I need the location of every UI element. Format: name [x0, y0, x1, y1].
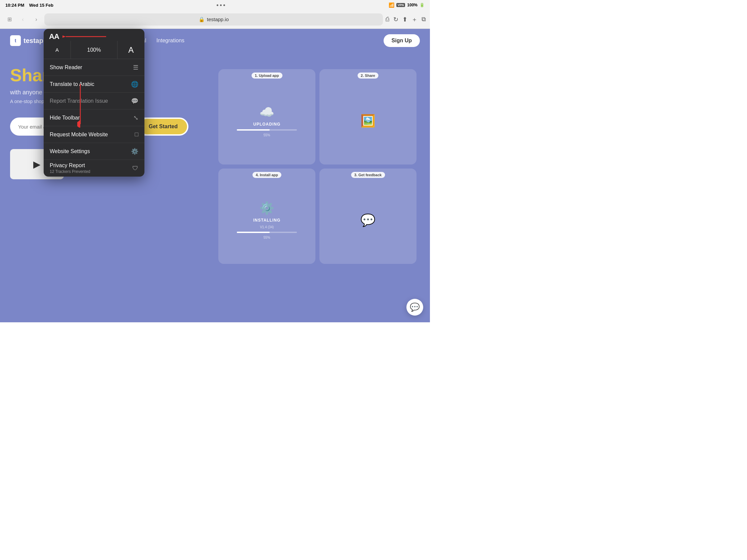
menu-item-website-settings[interactable]: Website Settings ⚙️	[44, 143, 145, 160]
privacy-report-icon: 🛡	[132, 165, 138, 172]
sidebar-toggle-button[interactable]: ⊞	[4, 14, 15, 25]
upload-subtitle: 55%	[263, 133, 270, 137]
menu-item-request-mobile[interactable]: Request Mobile Website □	[44, 126, 145, 143]
status-time-date: 10:24 PM Wed 15 Feb	[5, 3, 53, 8]
status-dots	[217, 4, 225, 6]
back-button[interactable]: ‹	[18, 14, 28, 25]
install-percent: 55%	[263, 236, 270, 239]
nav-actions: Sign Up	[384, 34, 420, 47]
upload-progress-bar	[237, 129, 297, 131]
install-progress-fill	[237, 232, 270, 233]
translate-icon: 🌐	[131, 81, 138, 88]
lock-icon: 🔒	[199, 17, 205, 23]
tabs-icon[interactable]: ⧉	[421, 16, 426, 23]
chat-button[interactable]: 💬	[406, 299, 423, 316]
browser-nav-icons: ⎙ ↻ ⬆ ＋ ⧉	[386, 16, 426, 24]
forward-button[interactable]: ›	[31, 14, 42, 25]
privacy-report-info: Privacy Report 12 Trackers Prevented	[50, 162, 91, 174]
url-text: testapp.io	[207, 17, 229, 22]
wifi-icon: 📶	[389, 2, 394, 8]
app-card-install: 4. Install app ⚙️ INSTALLING V1.4 (34) 5…	[218, 168, 315, 264]
dot1	[217, 4, 218, 6]
vpn-badge: VPN	[396, 3, 405, 7]
font-size-display: 100%	[71, 41, 118, 59]
feedback-icon: 💬	[360, 213, 376, 227]
app-card-share: 2. Share 🖼️	[319, 69, 416, 164]
request-mobile-icon: □	[135, 131, 138, 138]
red-arrow-vertical	[77, 84, 83, 128]
translate-label: Translate to Arabic	[50, 81, 94, 87]
menu-item-hide-toolbar[interactable]: Hide Toolbar ⤡	[44, 109, 145, 126]
dropdown-header: AA	[44, 29, 145, 41]
hide-toolbar-label: Hide Toolbar	[50, 115, 80, 121]
red-arrow-horizontal	[62, 33, 109, 39]
browser-chrome: ⊞ ‹ › 🔒 testapp.io ⎙ ↻ ⬆ ＋ ⧉	[0, 10, 430, 29]
dot3	[223, 4, 225, 6]
aa-label: AA	[49, 32, 59, 41]
report-translation-icon: 💬	[131, 97, 138, 105]
upload-icon: ☁️	[259, 105, 275, 119]
get-started-button[interactable]: Get Started	[139, 119, 187, 134]
share-icon-card: 🖼️	[360, 114, 376, 128]
website-settings-icon: ⚙️	[131, 148, 138, 155]
show-reader-label: Show Reader	[50, 64, 82, 71]
upload-status: UPLOADING	[253, 122, 280, 127]
install-icon: ⚙️	[259, 201, 275, 215]
cast-icon[interactable]: ⎙	[386, 16, 389, 23]
battery-icon: 🔋	[419, 3, 424, 7]
add-tab-icon[interactable]: ＋	[411, 16, 417, 24]
website-settings-label: Website Settings	[50, 149, 90, 155]
reload-icon[interactable]: ↻	[393, 16, 398, 23]
menu-item-privacy-report[interactable]: Privacy Report 12 Trackers Prevented 🛡	[44, 160, 145, 177]
signup-button[interactable]: Sign Up	[384, 34, 420, 47]
privacy-report-label: Privacy Report	[50, 162, 91, 168]
install-progress-bar	[237, 232, 297, 233]
menu-item-report-translation[interactable]: Report Translation Issue 💬	[44, 93, 145, 109]
app-card-feedback: 3. Get feedback 💬	[319, 168, 416, 264]
app-card-upload: 1. Upload app ☁️ UPLOADING 55%	[218, 69, 315, 164]
address-bar[interactable]: 🔒 testapp.io	[44, 14, 383, 26]
hero-illustration: 1. Upload app ☁️ UPLOADING 55% 2. Share …	[215, 66, 420, 267]
feedback-card-label: 3. Get feedback	[351, 172, 385, 178]
install-card-label: 4. Install app	[252, 172, 281, 178]
app-cards-grid: 1. Upload app ☁️ UPLOADING 55% 2. Share …	[215, 66, 420, 267]
privacy-report-subtitle: 12 Trackers Prevented	[50, 169, 91, 174]
chat-icon: 💬	[410, 302, 420, 312]
status-indicators: 📶 VPN 100% 🔋	[389, 2, 424, 8]
hide-toolbar-icon: ⤡	[133, 114, 138, 122]
font-size-row: A 100% A	[44, 41, 145, 59]
browser-menu-dropdown: AA A 100% A Show Reader ☰ Translate to A…	[44, 29, 145, 177]
install-version: V1.4 (34)	[260, 225, 274, 229]
request-mobile-label: Request Mobile Website	[50, 132, 108, 138]
status-bar: 10:24 PM Wed 15 Feb 📶 VPN 100% 🔋	[0, 0, 430, 10]
menu-item-show-reader[interactable]: Show Reader ☰	[44, 59, 145, 76]
install-status: INSTALLING	[253, 218, 280, 222]
logo-icon: t	[10, 35, 21, 46]
upload-card-label: 1. Upload app	[251, 73, 282, 79]
show-reader-icon: ☰	[133, 64, 138, 71]
font-decrease-button[interactable]: A	[44, 41, 71, 59]
share-icon[interactable]: ⬆	[403, 16, 407, 23]
upload-progress-fill	[237, 129, 270, 131]
font-increase-button[interactable]: A	[118, 41, 145, 59]
nav-link-integrations[interactable]: Integrations	[156, 37, 184, 44]
share-card-label: 2. Share	[357, 73, 379, 79]
battery-percentage: 100%	[407, 3, 417, 7]
dot2	[220, 4, 222, 6]
menu-item-translate[interactable]: Translate to Arabic 🌐	[44, 76, 145, 93]
